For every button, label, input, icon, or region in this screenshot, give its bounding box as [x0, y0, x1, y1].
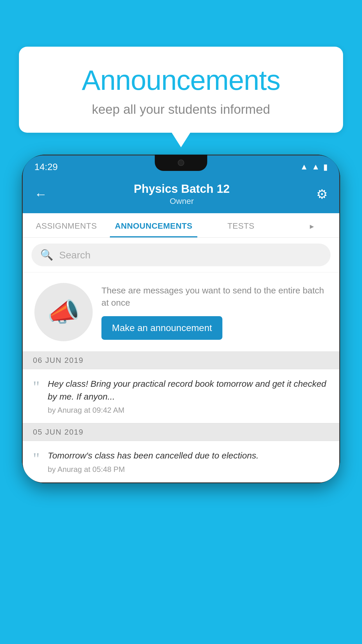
announcement-message-1: Hey class! Bring your practical record b…: [48, 377, 329, 403]
promo-text-group: These are messages you want to send to t…: [101, 284, 328, 340]
phone-container: 14:29 ▲ ▲ ▮ ← Physics Batch 12 Owner ⚙: [22, 155, 340, 483]
back-button[interactable]: ←: [34, 187, 47, 202]
phone-notch: [155, 155, 207, 171]
quote-icon-1: ": [33, 379, 40, 395]
promo-description: These are messages you want to send to t…: [101, 284, 328, 309]
search-input[interactable]: Search: [59, 249, 91, 261]
speech-bubble: Announcements keep all your students inf…: [19, 47, 343, 133]
speech-bubble-title: Announcements: [34, 64, 328, 96]
tab-assignments[interactable]: ASSIGNMENTS: [23, 213, 110, 237]
front-camera: [178, 160, 184, 166]
announcement-promo: 📣 These are messages you want to send to…: [23, 273, 339, 351]
search-icon: 🔍: [40, 249, 53, 261]
make-announcement-button[interactable]: Make an announcement: [101, 316, 222, 340]
announcement-message-2: Tomorrow's class has been cancelled due …: [48, 449, 329, 462]
phone-frame: 14:29 ▲ ▲ ▮ ← Physics Batch 12 Owner ⚙: [22, 155, 340, 483]
settings-button[interactable]: ⚙: [316, 187, 328, 202]
announcement-item-1[interactable]: " Hey class! Bring your practical record…: [23, 369, 339, 423]
app-header: ← Physics Batch 12 Owner ⚙: [23, 176, 339, 213]
tab-bar: ASSIGNMENTS ANNOUNCEMENTS TESTS ▸: [23, 213, 339, 238]
speech-bubble-subtitle: keep all your students informed: [34, 102, 328, 117]
signal-icon: ▲: [312, 162, 320, 172]
wifi-icon: ▲: [300, 162, 308, 172]
announcement-text-group-1: Hey class! Bring your practical record b…: [48, 377, 329, 415]
tab-more[interactable]: ▸: [284, 213, 339, 237]
tab-announcements[interactable]: ANNOUNCEMENTS: [110, 213, 197, 237]
battery-icon: ▮: [323, 162, 328, 172]
speech-bubble-container: Announcements keep all your students inf…: [19, 47, 343, 133]
promo-icon-circle: 📣: [34, 283, 93, 341]
date-separator-2: 05 JUN 2019: [23, 423, 339, 441]
quote-icon-2: ": [33, 451, 40, 467]
app-content: 🔍 Search 📣 These are messages you want t…: [23, 238, 339, 482]
announcement-meta-1: by Anurag at 09:42 AM: [48, 406, 329, 415]
search-input-wrapper[interactable]: 🔍 Search: [31, 244, 331, 266]
batch-title: Physics Batch 12: [134, 182, 230, 195]
tab-tests[interactable]: TESTS: [197, 213, 284, 237]
announcement-item-2[interactable]: " Tomorrow's class has been cancelled du…: [23, 441, 339, 482]
megaphone-icon: 📣: [47, 297, 80, 328]
announcement-meta-2: by Anurag at 05:48 PM: [48, 465, 329, 474]
announcement-text-group-2: Tomorrow's class has been cancelled due …: [48, 449, 329, 474]
status-time: 14:29: [34, 162, 58, 172]
batch-subtitle: Owner: [134, 197, 230, 206]
date-separator-1: 06 JUN 2019: [23, 351, 339, 369]
header-title-group: Physics Batch 12 Owner: [134, 182, 230, 206]
phone-screen: 14:29 ▲ ▲ ▮ ← Physics Batch 12 Owner ⚙: [22, 155, 340, 483]
status-icons: ▲ ▲ ▮: [300, 162, 328, 172]
search-bar-container: 🔍 Search: [23, 238, 339, 272]
